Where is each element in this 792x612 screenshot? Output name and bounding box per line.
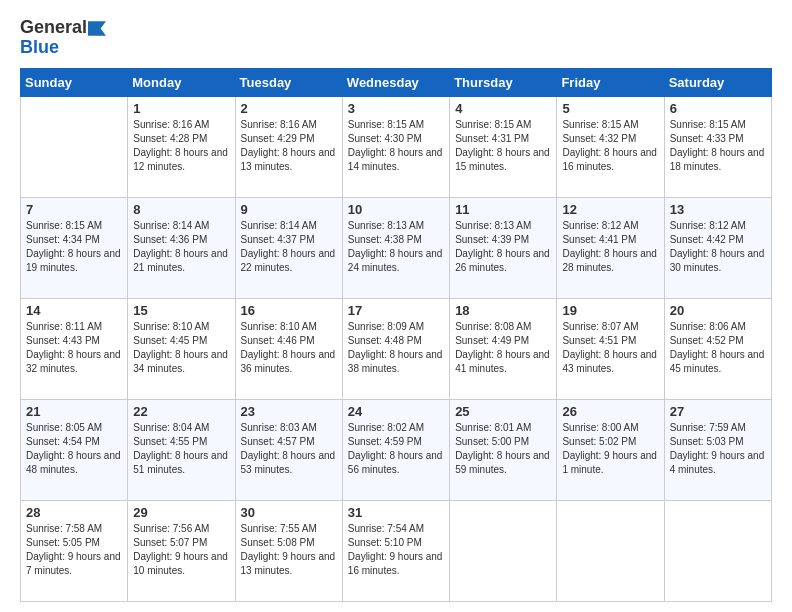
day-number: 8	[133, 202, 229, 217]
calendar-table: SundayMondayTuesdayWednesdayThursdayFrid…	[20, 68, 772, 602]
cell-text: Sunrise: 8:15 AMSunset: 4:32 PMDaylight:…	[562, 119, 657, 172]
cell-text: Sunrise: 8:15 AMSunset: 4:30 PMDaylight:…	[348, 119, 443, 172]
day-number: 16	[241, 303, 337, 318]
cell-text: Sunrise: 8:06 AMSunset: 4:52 PMDaylight:…	[670, 321, 765, 374]
day-number: 22	[133, 404, 229, 419]
header: GeneralBlue	[20, 18, 772, 58]
day-number: 9	[241, 202, 337, 217]
calendar-cell: 30Sunrise: 7:55 AMSunset: 5:08 PMDayligh…	[235, 500, 342, 601]
cell-text: Sunrise: 8:13 AMSunset: 4:39 PMDaylight:…	[455, 220, 550, 273]
calendar-cell: 18Sunrise: 8:08 AMSunset: 4:49 PMDayligh…	[450, 298, 557, 399]
day-number: 11	[455, 202, 551, 217]
cell-text: Sunrise: 8:12 AMSunset: 4:41 PMDaylight:…	[562, 220, 657, 273]
cell-text: Sunrise: 7:59 AMSunset: 5:03 PMDaylight:…	[670, 422, 765, 475]
cell-text: Sunrise: 8:04 AMSunset: 4:55 PMDaylight:…	[133, 422, 228, 475]
weekday-header-tuesday: Tuesday	[235, 68, 342, 96]
day-number: 24	[348, 404, 444, 419]
day-number: 1	[133, 101, 229, 116]
calendar-cell	[664, 500, 771, 601]
cell-text: Sunrise: 7:56 AMSunset: 5:07 PMDaylight:…	[133, 523, 228, 576]
cell-text: Sunrise: 8:02 AMSunset: 4:59 PMDaylight:…	[348, 422, 443, 475]
calendar-cell: 14Sunrise: 8:11 AMSunset: 4:43 PMDayligh…	[21, 298, 128, 399]
calendar-cell: 4Sunrise: 8:15 AMSunset: 4:31 PMDaylight…	[450, 96, 557, 197]
cell-text: Sunrise: 8:15 AMSunset: 4:31 PMDaylight:…	[455, 119, 550, 172]
calendar-cell: 15Sunrise: 8:10 AMSunset: 4:45 PMDayligh…	[128, 298, 235, 399]
calendar-cell: 8Sunrise: 8:14 AMSunset: 4:36 PMDaylight…	[128, 197, 235, 298]
day-number: 27	[670, 404, 766, 419]
cell-text: Sunrise: 8:14 AMSunset: 4:36 PMDaylight:…	[133, 220, 228, 273]
logo-text: GeneralBlue	[20, 18, 106, 58]
cell-text: Sunrise: 8:05 AMSunset: 4:54 PMDaylight:…	[26, 422, 121, 475]
cell-text: Sunrise: 8:11 AMSunset: 4:43 PMDaylight:…	[26, 321, 121, 374]
weekday-header-thursday: Thursday	[450, 68, 557, 96]
calendar-cell: 25Sunrise: 8:01 AMSunset: 5:00 PMDayligh…	[450, 399, 557, 500]
cell-text: Sunrise: 8:09 AMSunset: 4:48 PMDaylight:…	[348, 321, 443, 374]
day-number: 7	[26, 202, 122, 217]
calendar-cell: 31Sunrise: 7:54 AMSunset: 5:10 PMDayligh…	[342, 500, 449, 601]
cell-text: Sunrise: 8:12 AMSunset: 4:42 PMDaylight:…	[670, 220, 765, 273]
calendar-cell: 9Sunrise: 8:14 AMSunset: 4:37 PMDaylight…	[235, 197, 342, 298]
page: GeneralBlue SundayMondayTuesdayWednesday…	[0, 0, 792, 612]
calendar-cell: 16Sunrise: 8:10 AMSunset: 4:46 PMDayligh…	[235, 298, 342, 399]
day-number: 6	[670, 101, 766, 116]
day-number: 30	[241, 505, 337, 520]
day-number: 14	[26, 303, 122, 318]
logo: GeneralBlue	[20, 18, 106, 58]
logo-general: General	[20, 17, 87, 37]
calendar-cell: 12Sunrise: 8:12 AMSunset: 4:41 PMDayligh…	[557, 197, 664, 298]
cell-text: Sunrise: 8:15 AMSunset: 4:33 PMDaylight:…	[670, 119, 765, 172]
day-number: 28	[26, 505, 122, 520]
calendar-cell: 3Sunrise: 8:15 AMSunset: 4:30 PMDaylight…	[342, 96, 449, 197]
cell-text: Sunrise: 8:15 AMSunset: 4:34 PMDaylight:…	[26, 220, 121, 273]
cell-text: Sunrise: 8:10 AMSunset: 4:46 PMDaylight:…	[241, 321, 336, 374]
calendar-cell: 24Sunrise: 8:02 AMSunset: 4:59 PMDayligh…	[342, 399, 449, 500]
day-number: 20	[670, 303, 766, 318]
day-number: 10	[348, 202, 444, 217]
calendar-week-row: 28Sunrise: 7:58 AMSunset: 5:05 PMDayligh…	[21, 500, 772, 601]
weekday-header-sunday: Sunday	[21, 68, 128, 96]
day-number: 2	[241, 101, 337, 116]
calendar-cell: 7Sunrise: 8:15 AMSunset: 4:34 PMDaylight…	[21, 197, 128, 298]
cell-text: Sunrise: 8:14 AMSunset: 4:37 PMDaylight:…	[241, 220, 336, 273]
calendar-cell: 26Sunrise: 8:00 AMSunset: 5:02 PMDayligh…	[557, 399, 664, 500]
day-number: 29	[133, 505, 229, 520]
day-number: 23	[241, 404, 337, 419]
calendar-cell: 17Sunrise: 8:09 AMSunset: 4:48 PMDayligh…	[342, 298, 449, 399]
cell-text: Sunrise: 7:58 AMSunset: 5:05 PMDaylight:…	[26, 523, 121, 576]
cell-text: Sunrise: 7:55 AMSunset: 5:08 PMDaylight:…	[241, 523, 336, 576]
day-number: 17	[348, 303, 444, 318]
cell-text: Sunrise: 8:01 AMSunset: 5:00 PMDaylight:…	[455, 422, 550, 475]
calendar-cell: 28Sunrise: 7:58 AMSunset: 5:05 PMDayligh…	[21, 500, 128, 601]
svg-marker-0	[88, 21, 106, 35]
cell-text: Sunrise: 8:10 AMSunset: 4:45 PMDaylight:…	[133, 321, 228, 374]
day-number: 3	[348, 101, 444, 116]
cell-text: Sunrise: 8:13 AMSunset: 4:38 PMDaylight:…	[348, 220, 443, 273]
day-number: 4	[455, 101, 551, 116]
calendar-cell: 2Sunrise: 8:16 AMSunset: 4:29 PMDaylight…	[235, 96, 342, 197]
cell-text: Sunrise: 8:16 AMSunset: 4:29 PMDaylight:…	[241, 119, 336, 172]
calendar-cell: 11Sunrise: 8:13 AMSunset: 4:39 PMDayligh…	[450, 197, 557, 298]
day-number: 21	[26, 404, 122, 419]
cell-text: Sunrise: 8:07 AMSunset: 4:51 PMDaylight:…	[562, 321, 657, 374]
calendar-week-row: 7Sunrise: 8:15 AMSunset: 4:34 PMDaylight…	[21, 197, 772, 298]
calendar-cell: 27Sunrise: 7:59 AMSunset: 5:03 PMDayligh…	[664, 399, 771, 500]
weekday-header-friday: Friday	[557, 68, 664, 96]
calendar-cell: 20Sunrise: 8:06 AMSunset: 4:52 PMDayligh…	[664, 298, 771, 399]
calendar-cell	[21, 96, 128, 197]
calendar-cell: 21Sunrise: 8:05 AMSunset: 4:54 PMDayligh…	[21, 399, 128, 500]
logo-flag-icon	[88, 21, 106, 36]
calendar-week-row: 1Sunrise: 8:16 AMSunset: 4:28 PMDaylight…	[21, 96, 772, 197]
weekday-header-row: SundayMondayTuesdayWednesdayThursdayFrid…	[21, 68, 772, 96]
calendar-cell: 19Sunrise: 8:07 AMSunset: 4:51 PMDayligh…	[557, 298, 664, 399]
day-number: 19	[562, 303, 658, 318]
day-number: 12	[562, 202, 658, 217]
day-number: 25	[455, 404, 551, 419]
day-number: 13	[670, 202, 766, 217]
day-number: 18	[455, 303, 551, 318]
calendar-cell: 5Sunrise: 8:15 AMSunset: 4:32 PMDaylight…	[557, 96, 664, 197]
calendar-week-row: 21Sunrise: 8:05 AMSunset: 4:54 PMDayligh…	[21, 399, 772, 500]
calendar-cell: 23Sunrise: 8:03 AMSunset: 4:57 PMDayligh…	[235, 399, 342, 500]
logo-blue: Blue	[20, 37, 59, 57]
cell-text: Sunrise: 8:16 AMSunset: 4:28 PMDaylight:…	[133, 119, 228, 172]
calendar-cell	[557, 500, 664, 601]
